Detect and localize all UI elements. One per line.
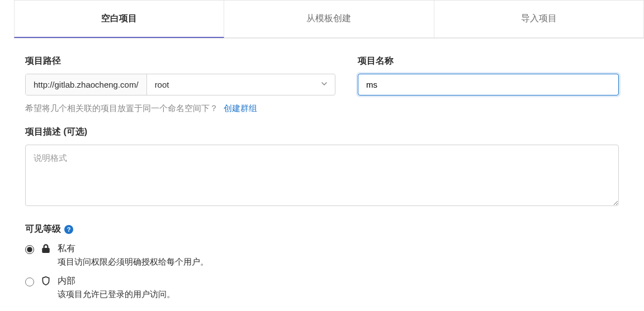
namespace-hint-text: 希望将几个相关联的项目放置于同一个命名空间下？ xyxy=(25,103,218,113)
project-path-label: 项目路径 xyxy=(25,55,335,67)
namespace-select[interactable]: root xyxy=(147,74,335,95)
visibility-private-name: 私有 xyxy=(58,243,619,255)
chevron-down-icon xyxy=(321,82,327,88)
visibility-private-radio[interactable] xyxy=(25,245,34,254)
tabs-bar: 空白项目 从模板创建 导入项目 xyxy=(14,0,644,39)
lock-icon xyxy=(41,243,51,255)
project-name-label: 项目名称 xyxy=(358,55,619,67)
project-path-group: http://gitlab.zhaocheng.com/ root xyxy=(25,74,335,95)
tab-from-template[interactable]: 从模板创建 xyxy=(224,0,434,38)
tab-blank-project[interactable]: 空白项目 xyxy=(14,0,224,38)
namespace-hint: 希望将几个相关联的项目放置于同一个命名空间下？ 创建群组 xyxy=(25,103,335,114)
create-group-link[interactable]: 创建群组 xyxy=(224,103,257,113)
tab-import-project[interactable]: 导入项目 xyxy=(434,0,644,38)
namespace-selected-value: root xyxy=(155,80,169,89)
project-name-input[interactable] xyxy=(358,74,619,95)
help-icon[interactable]: ? xyxy=(64,225,73,234)
visibility-internal-name: 内部 xyxy=(58,275,619,287)
visibility-private-desc: 项目访问权限必须明确授权给每个用户。 xyxy=(58,257,619,267)
visibility-level-text: 可见等级 xyxy=(25,223,61,235)
project-description-textarea[interactable] xyxy=(25,145,619,206)
visibility-internal-desc: 该项目允许已登录的用户访问。 xyxy=(58,289,619,300)
project-description-label: 项目描述 (可选) xyxy=(25,126,619,138)
project-path-prefix: http://gitlab.zhaocheng.com/ xyxy=(26,74,147,95)
visibility-internal-radio[interactable] xyxy=(25,277,34,286)
shield-icon xyxy=(41,276,51,288)
visibility-level-title: 可见等级 ? xyxy=(25,223,619,235)
